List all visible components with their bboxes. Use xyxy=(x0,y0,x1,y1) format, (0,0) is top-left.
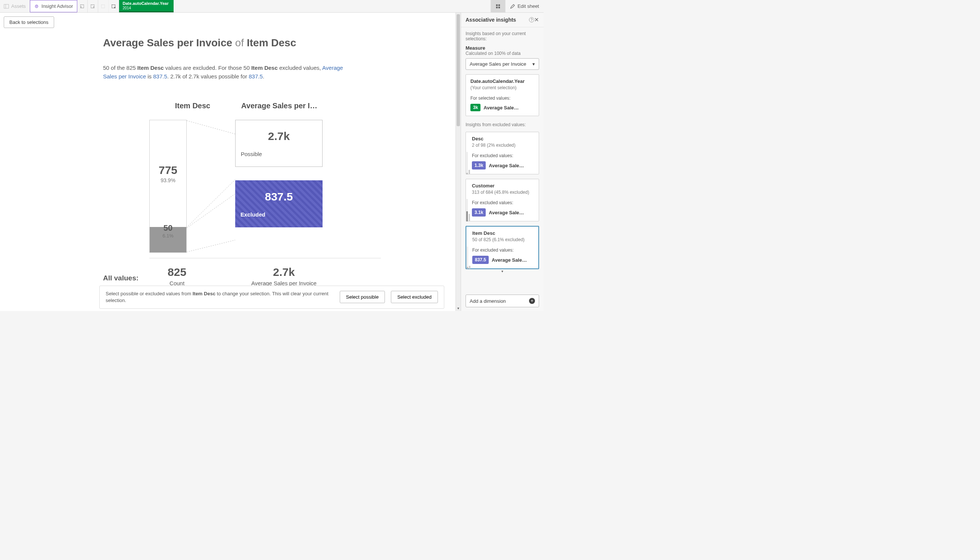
page-title: Average Sales per Invoice of Item Desc xyxy=(103,37,426,49)
associative-insights-toggle[interactable] xyxy=(490,0,505,12)
summary-text: excluded values, xyxy=(278,65,322,71)
svg-line-15 xyxy=(187,194,235,228)
top-toolbar: Assets Insight Advisor Date.autoCalendar… xyxy=(0,0,543,13)
measure-label: Measure xyxy=(465,45,539,51)
svg-rect-5 xyxy=(91,5,95,8)
selection-back-icon[interactable] xyxy=(77,0,88,12)
svg-rect-23 xyxy=(467,247,468,269)
select-excluded-button[interactable]: Select excluded xyxy=(391,291,438,303)
main-content: Back to selections Average Sales per Inv… xyxy=(0,13,455,311)
selections-tool-icon[interactable] xyxy=(108,0,119,12)
insight-icon xyxy=(34,4,39,9)
svg-rect-10 xyxy=(498,4,500,6)
insight-card-item-desc[interactable]: Item Desc 50 of 825 (6.1% excluded) For … xyxy=(465,226,539,269)
title-measure: Average Sales per Invoice xyxy=(103,37,232,48)
selection-action-bar: Select possible or excluded values from … xyxy=(99,286,444,309)
card-badge: 3k xyxy=(470,104,480,111)
svg-line-16 xyxy=(187,240,235,252)
svg-rect-22 xyxy=(468,214,470,222)
svg-rect-12 xyxy=(498,7,500,8)
scrollbar-thumb[interactable] xyxy=(457,14,460,126)
excluded-insights-header: Insights from excluded values: xyxy=(465,122,539,127)
mini-bar-icon xyxy=(465,152,471,174)
scroll-down-icon: ▾ xyxy=(456,306,461,310)
svg-rect-4 xyxy=(81,5,84,8)
possible-measure-box: 2.7k Possible xyxy=(235,120,323,167)
insight-advisor-label: Insight Advisor xyxy=(42,3,73,9)
plus-icon: + xyxy=(529,298,535,304)
add-dimension-button[interactable]: Add a dimension + xyxy=(465,295,539,307)
clear-selections-icon[interactable] xyxy=(98,0,108,12)
panel-scroll-down-icon[interactable]: ▾ xyxy=(465,269,539,273)
summary-text: . xyxy=(263,73,264,80)
summary-link-value[interactable]: 837.5 xyxy=(153,73,167,80)
svg-point-8 xyxy=(114,7,116,8)
card-title: Date.autoCalendar.Year xyxy=(470,78,534,84)
close-icon[interactable]: ✕ xyxy=(534,17,539,23)
edit-sheet-button[interactable]: Edit sheet xyxy=(505,0,543,12)
main-scrollbar[interactable]: ▴ ▾ xyxy=(455,13,461,311)
svg-rect-19 xyxy=(468,170,470,174)
chevron-down-icon: ▾ xyxy=(532,61,535,67)
card-subtitle: (Your current selection) xyxy=(470,85,534,90)
card-subtitle: 313 of 684 (45.8% excluded) xyxy=(472,190,534,195)
measure-note: Calculated on 100% of data xyxy=(465,51,539,56)
excluded-segment: 50 6.1% xyxy=(150,227,186,252)
panel-icon xyxy=(4,4,9,9)
current-selection-card[interactable]: Date.autoCalendar.Year (Your current sel… xyxy=(465,74,539,116)
included-pct: 93.9% xyxy=(160,177,175,183)
title-of: of xyxy=(232,37,247,48)
selection-value-label: 2014 xyxy=(123,6,169,10)
edit-sheet-label: Edit sheet xyxy=(517,3,539,9)
assets-button[interactable]: Assets xyxy=(0,0,30,12)
svg-rect-9 xyxy=(496,4,498,6)
summary-text: 50 of the 825 xyxy=(103,65,137,71)
selection-forward-icon[interactable] xyxy=(88,0,98,12)
viz-measure-title: Average Sales per I… xyxy=(236,102,323,110)
all-values-label: All values: xyxy=(103,274,138,282)
back-to-selections-button[interactable]: Back to selections xyxy=(4,17,54,28)
viz-area: 775 93.9% 50 6.1% xyxy=(103,120,426,253)
panel-subtitle: Insights based on your current selection… xyxy=(465,31,539,42)
select-possible-button[interactable]: Select possible xyxy=(340,291,385,303)
svg-rect-11 xyxy=(496,7,498,8)
insight-card-customer[interactable]: Customer 313 of 684 (45.8% excluded) For… xyxy=(465,179,539,222)
insight-card-desc[interactable]: Desc 2 of 98 (2% excluded) For excluded … xyxy=(465,132,539,174)
card-title: Item Desc xyxy=(472,230,534,236)
excluded-count: 50 xyxy=(163,223,172,233)
help-icon[interactable]: ? xyxy=(529,17,534,22)
associative-insights-panel: Associative insights ? ✕ Insights based … xyxy=(461,13,543,311)
possible-value: 2.7k xyxy=(241,130,317,143)
card-badge: 1.3k xyxy=(472,161,486,170)
svg-rect-25 xyxy=(469,266,470,269)
card-measure: Average Sales per … xyxy=(489,210,525,215)
action-text-part: Item Desc xyxy=(193,291,215,297)
card-badge: 837.5 xyxy=(472,256,489,264)
card-subtitle: 50 of 825 (6.1% excluded) xyxy=(472,237,534,242)
panel-title: Associative insights xyxy=(465,17,527,23)
summary-text: . 2.7k of 2.7k values possible for xyxy=(167,73,248,80)
all-measure-value: 2.7k xyxy=(251,266,317,278)
action-text-part: Select possible or excluded values from xyxy=(106,291,193,297)
card-subtitle: 2 of 98 (2% excluded) xyxy=(472,143,534,148)
viz-dimension-title: Item Desc xyxy=(149,102,236,110)
pencil-icon xyxy=(510,4,515,9)
measure-select[interactable]: Average Sales per Invoice ▾ xyxy=(465,58,539,70)
insight-advisor-button[interactable]: Insight Advisor xyxy=(30,0,77,12)
excluded-value: 837.5 xyxy=(240,190,317,203)
mini-bar-icon xyxy=(466,247,471,269)
summary-text: is xyxy=(146,73,153,80)
possible-label: Possible xyxy=(241,151,317,157)
selection-field-label: Date.autoCalendar.Year xyxy=(123,1,169,6)
card-for-label: For selected values: xyxy=(470,95,534,101)
svg-line-13 xyxy=(187,121,235,134)
card-badge: 3.1k xyxy=(472,208,486,217)
summary-text: Item Desc xyxy=(137,65,164,71)
svg-rect-24 xyxy=(467,267,468,269)
summary-link-value2[interactable]: 837.5 xyxy=(248,73,263,80)
current-selection-chip[interactable]: Date.autoCalendar.Year 2014 xyxy=(119,0,174,12)
svg-point-3 xyxy=(36,6,37,7)
title-dimension: Item Desc xyxy=(247,37,296,48)
card-measure: Average Sales pe… xyxy=(492,257,528,263)
card-measure: Average Sales per … xyxy=(489,163,525,168)
